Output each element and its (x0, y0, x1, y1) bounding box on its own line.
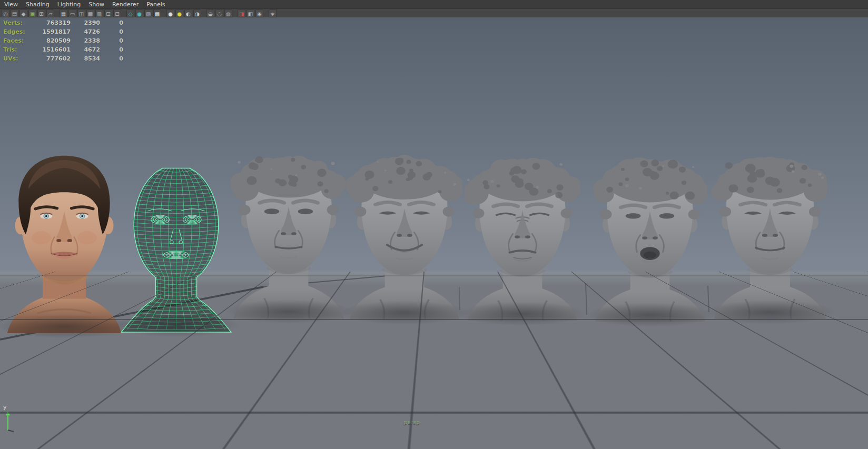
shaded-display-icon[interactable]: ● (135, 9, 143, 17)
camera-bookmarks-icon[interactable]: ◆ (19, 9, 27, 17)
hud-value-total: 777602 (35, 55, 71, 62)
field-chart-icon[interactable]: ▥ (95, 9, 103, 17)
hud-label: Edges: (3, 28, 35, 35)
head-shadow (585, 303, 715, 327)
axis-y-label: y (3, 404, 7, 411)
exposure-icon[interactable]: ◉ (255, 9, 263, 17)
textured-display-icon[interactable]: ▨ (144, 9, 152, 17)
hud-value-selected: 8534 (71, 55, 100, 62)
checkered-material-icon[interactable]: ▩ (153, 9, 161, 17)
menu-item-panels[interactable]: Panels (145, 1, 166, 8)
motion-blur-icon[interactable]: ◌ (215, 9, 223, 17)
hud-value-other: 0 (100, 28, 123, 35)
wireframe-head[interactable] (119, 154, 233, 333)
hud-value-other: 0 (100, 55, 123, 62)
hud-row: UVs:77760285340 (3, 54, 123, 63)
hud-value-other: 0 (100, 46, 123, 53)
default-material-sphere-icon[interactable]: ● (166, 9, 174, 17)
hud-row: Edges:159181747260 (3, 27, 123, 36)
safe-title-icon[interactable]: ⊟ (113, 9, 121, 17)
resolution-gate-icon[interactable]: ◫ (77, 9, 85, 17)
isolate-select-icon[interactable]: ◨ (238, 9, 245, 17)
menu-item-renderer[interactable]: Renderer (111, 1, 140, 8)
shadows-sphere-icon[interactable]: ◑ (193, 9, 201, 17)
menu-item-view[interactable]: View (3, 1, 19, 8)
hud-value-selected: 2390 (71, 19, 100, 26)
hud-label: Verts: (3, 19, 35, 26)
grid-toggle-icon[interactable]: ▦ (60, 9, 67, 17)
view-axis-indicator: y (2, 405, 21, 432)
hud-row: Verts:76331923900 (3, 18, 123, 27)
share-icon[interactable]: ∗ (269, 9, 277, 17)
safe-action-icon[interactable]: ⊡ (104, 9, 112, 17)
scan-head-open[interactable] (592, 155, 708, 323)
lights-sphere-icon[interactable]: ◐ (184, 9, 192, 17)
scan-head-scrunch[interactable] (465, 154, 580, 322)
scan-head-smile-render (347, 152, 462, 321)
camera-attributes-icon[interactable]: ▤ (11, 9, 18, 17)
maya-viewport-panel: ViewShadingLightingShowRendererPanels ◎▤… (0, 0, 868, 449)
scan-head-smile[interactable] (347, 152, 462, 321)
film-gate-icon[interactable]: ▭ (68, 9, 76, 17)
hud-value-selected: 4672 (71, 46, 100, 53)
menu-item-shading[interactable]: Shading (24, 1, 51, 8)
heads-up-display: Verts:76331923900Edges:159181747260Faces… (3, 18, 123, 63)
scan-head-open-render (592, 155, 708, 323)
hud-row: Tris:151660146720 (3, 45, 123, 54)
scan-head-scrunch-render (465, 154, 580, 322)
head-shadow (224, 300, 353, 324)
scan-head-neutral-render (231, 150, 347, 320)
color-key-icon[interactable]: ● (175, 9, 183, 17)
panel-menu-bar: ViewShadingLightingShowRendererPanels (0, 0, 868, 9)
hud-label: UVs: (3, 55, 35, 62)
wireframe-head-render (119, 154, 233, 333)
menu-item-lighting[interactable]: Lighting (56, 1, 82, 8)
hud-label: Tris: (3, 46, 35, 53)
gate-mask-icon[interactable]: ▩ (86, 9, 94, 17)
screen-space-ao-icon[interactable]: ◒ (206, 9, 214, 17)
head-shadow (458, 302, 587, 326)
multisample-icon[interactable]: ◍ (224, 9, 232, 17)
head-shadow (112, 313, 240, 337)
textured-head-render (4, 149, 124, 334)
scan-head-neutral[interactable] (231, 150, 347, 320)
menu-item-show[interactable]: Show (87, 1, 106, 8)
camera-name-label: persp (403, 419, 420, 426)
scan-head-wink-render (711, 153, 829, 320)
x-ray-icon[interactable]: ◧ (246, 9, 254, 17)
two-d-pan-zoom-icon[interactable]: ⊞ (37, 9, 45, 17)
hud-value-total: 820509 (35, 37, 71, 44)
hud-value-total: 1516601 (35, 46, 71, 53)
hud-value-selected: 4726 (71, 28, 100, 35)
hud-value-total: 763319 (35, 19, 71, 26)
hud-value-total: 1591817 (35, 28, 71, 35)
head-shadow (340, 301, 469, 325)
viewport[interactable]: Verts:76331923900Edges:159181747260Faces… (0, 17, 868, 449)
hud-value-other: 0 (100, 37, 123, 44)
head-shadow (704, 300, 836, 324)
textured-head[interactable] (4, 149, 124, 334)
scan-head-wink[interactable] (711, 153, 829, 320)
panel-toolbar: ◎▤◆▣⊞▱▦▭◫▩▥⊡⊟◇●▨▩●●◐◑◒◌◍◨◧◉∗ (0, 9, 868, 18)
hud-value-selected: 2338 (71, 37, 100, 44)
hud-value-other: 0 (100, 19, 123, 26)
wireframe-display-icon[interactable]: ◇ (126, 9, 134, 17)
hud-row: Faces:82050923380 (3, 36, 123, 45)
grease-pencil-icon[interactable]: ▱ (46, 9, 54, 17)
image-plane-icon[interactable]: ▣ (28, 9, 36, 17)
select-camera-icon[interactable]: ◎ (2, 9, 9, 17)
hud-label: Faces: (3, 37, 35, 44)
